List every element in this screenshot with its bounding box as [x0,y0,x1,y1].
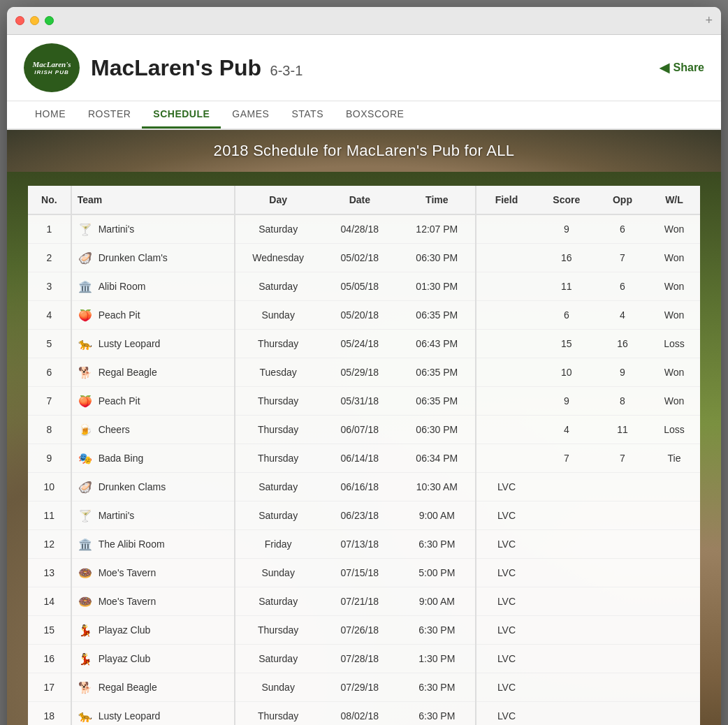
row-score: 9 [537,214,597,244]
row-field [476,214,536,244]
row-wl: Loss [648,416,700,444]
row-wl [648,587,700,616]
share-label: Share [674,61,704,74]
row-team: 🦪 Drunken Clams [71,473,235,501]
row-score: 16 [537,244,597,272]
row-team: 🍩 Moe's Tavern [71,587,235,616]
page-background: No. Team Day Date Time Field Score Opp W… [7,172,721,725]
table-row: 12 🏛️ The Alibi Room Friday 07/13/18 6:3… [28,530,700,559]
row-opp: 9 [597,358,648,387]
row-score [537,559,597,587]
row-opp: 7 [597,244,648,272]
row-number: 18 [28,702,71,726]
nav-games[interactable]: GAMES [221,101,280,129]
row-number: 6 [28,358,71,387]
row-day: Thursday [235,387,321,416]
row-score: 9 [537,387,597,416]
team-name-cell: Bada Bing [99,453,144,464]
row-wl: Loss [648,330,700,358]
row-number: 16 [28,645,71,673]
nav-schedule[interactable]: SCHEDULE [142,101,221,129]
row-number: 8 [28,416,71,444]
row-number: 7 [28,387,71,416]
team-icon: 🍑 [78,393,93,409]
maximize-button[interactable] [45,16,54,25]
team-icon: 🍺 [78,422,93,437]
team-name-cell: Drunken Clam's [99,252,168,263]
team-icon: 🦪 [78,250,93,265]
navigation: HOME ROSTER SCHEDULE GAMES STATS BOXSCOR… [7,101,721,130]
row-field: LVC [476,616,536,645]
table-row: 9 🎭 Bada Bing Thursday 06/14/18 06:34 PM… [28,444,700,473]
row-date: 07/15/18 [321,559,398,587]
row-time: 6:30 PM [398,616,476,645]
row-wl [648,530,700,559]
team-name-cell: Alibi Room [99,281,146,292]
share-button[interactable]: ◀ Share [660,60,704,75]
new-tab-button[interactable]: + [705,13,713,28]
row-team: 🍺 Cheers [71,416,235,444]
row-wl [648,616,700,645]
row-opp [597,702,648,726]
row-day: Saturday [235,587,321,616]
row-team: 🏛️ Alibi Room [71,272,235,301]
row-time: 06:34 PM [398,444,476,473]
row-opp: 16 [597,330,648,358]
row-time: 10:30 AM [398,473,476,501]
table-header-row: No. Team Day Date Time Field Score Opp W… [28,186,700,214]
row-number: 2 [28,244,71,272]
team-icon: 💃 [78,651,93,666]
nav-stats[interactable]: STATS [280,101,335,129]
team-icon: 🍸 [78,508,93,523]
nav-home[interactable]: HOME [24,101,77,129]
table-row: 5 🐆 Lusty Leopard Thursday 05/24/18 06:4… [28,330,700,358]
row-number: 13 [28,559,71,587]
col-header-wl: W/L [648,186,700,214]
row-score [537,645,597,673]
row-opp [597,530,648,559]
table-row: 2 🦪 Drunken Clam's Wednesday 05/02/18 06… [28,244,700,272]
minimize-button[interactable] [30,16,39,25]
team-record: 6-3-1 [270,63,303,78]
table-row: 11 🍸 Martini's Saturday 06/23/18 9:00 AM… [28,501,700,530]
row-date: 06/16/18 [321,473,398,501]
row-date: 05/05/18 [321,272,398,301]
table-row: 14 🍩 Moe's Tavern Saturday 07/21/18 9:00… [28,587,700,616]
row-wl: Tie [648,444,700,473]
row-field: LVC [476,473,536,501]
row-opp [597,501,648,530]
row-wl: Won [648,244,700,272]
team-name-cell: Peach Pit [99,395,140,407]
app-window: + MacLaren's IRISH PUB MacLaren's Pub 6-… [7,7,721,725]
row-score: 10 [537,358,597,387]
row-wl [648,501,700,530]
row-time: 06:35 PM [398,387,476,416]
close-button[interactable] [15,16,24,25]
row-team: 🐆 Lusty Leopard [71,702,235,726]
team-name-cell: Moe's Tavern [99,567,156,578]
row-team: 💃 Playaz Club [71,645,235,673]
team-name-cell: Playaz Club [99,653,151,664]
team-icon: 🦪 [78,479,93,495]
col-header-opp: Opp [597,186,648,214]
row-date: 05/29/18 [321,358,398,387]
nav-roster[interactable]: ROSTER [77,101,142,129]
row-score: 15 [537,330,597,358]
row-team: 🐕 Regal Beagle [71,673,235,702]
nav-boxscore[interactable]: BOXSCORE [335,101,415,129]
team-icon: 💃 [78,622,93,638]
row-opp: 8 [597,387,648,416]
row-score [537,473,597,501]
row-day: Friday [235,530,321,559]
table-row: 8 🍺 Cheers Thursday 06/07/18 06:30 PM 4 … [28,416,700,444]
logo-text: MacLaren's IRISH PUB [30,57,74,79]
row-number: 11 [28,501,71,530]
hero-banner: 2018 Schedule for MacLaren's Pub for ALL [7,130,721,172]
row-field [476,244,536,272]
row-day: Thursday [235,616,321,645]
row-opp [597,645,648,673]
row-time: 9:00 AM [398,587,476,616]
row-wl: Won [648,301,700,330]
table-row: 3 🏛️ Alibi Room Saturday 05/05/18 01:30 … [28,272,700,301]
row-wl [648,645,700,673]
